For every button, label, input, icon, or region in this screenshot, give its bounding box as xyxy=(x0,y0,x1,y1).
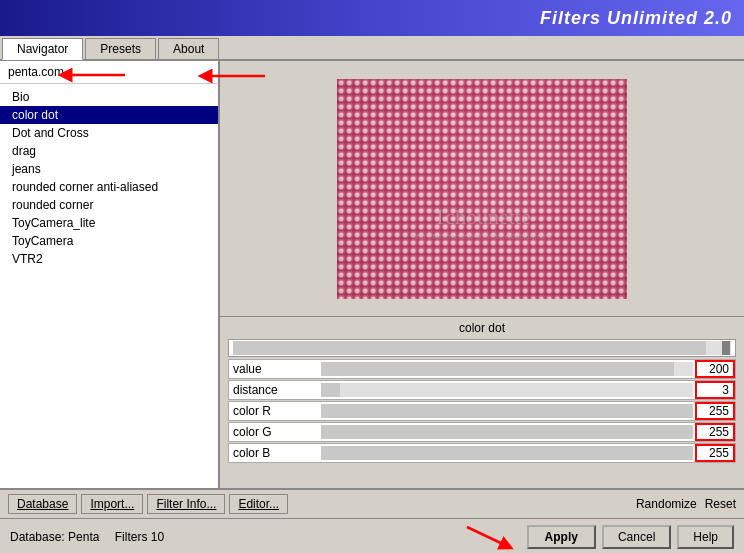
filter-item-rcaa[interactable]: rounded corner anti-aliased xyxy=(0,178,218,196)
left-panel: penta.com Bio color dot xyxy=(0,61,220,488)
param-value-value: 200 xyxy=(695,360,735,378)
filter-item-jeans[interactable]: jeans xyxy=(0,160,218,178)
param-row-value: value 200 xyxy=(228,359,736,379)
database-label: Database: xyxy=(10,530,65,544)
filter-item-rc[interactable]: rounded corner xyxy=(0,196,218,214)
arrow-apply-icon xyxy=(457,522,517,552)
apply-button[interactable]: Apply xyxy=(527,525,596,549)
filter-item-bio[interactable]: Bio xyxy=(0,88,218,106)
param-label-value: value xyxy=(229,361,319,377)
right-panel: Tchounette http://tutorielsetchounette.e… xyxy=(220,61,744,488)
main-content: penta.com Bio color dot xyxy=(0,60,744,488)
database-value: Penta xyxy=(68,530,99,544)
param-value-colorB: 255 xyxy=(695,444,735,462)
param-label-colorG: color G xyxy=(229,424,319,440)
filter-item-toycam-lite[interactable]: ToyCamera_lite xyxy=(0,214,218,232)
svg-rect-7 xyxy=(337,79,627,299)
svg-line-11 xyxy=(467,527,507,546)
tab-about[interactable]: About xyxy=(158,38,219,59)
filter-item-dotcross[interactable]: Dot and Cross xyxy=(0,124,218,142)
preview-canvas: Tchounette http://tutorielsetchounette.e… xyxy=(337,79,627,299)
param-value-distance: 3 xyxy=(695,381,735,399)
param-row-colorB: color B 255 xyxy=(228,443,736,463)
status-buttons: Apply Cancel Help xyxy=(457,522,734,552)
preview-area: Tchounette http://tutorielsetchounette.e… xyxy=(220,61,744,316)
filter-info-button[interactable]: Filter Info... xyxy=(147,494,225,514)
cancel-button[interactable]: Cancel xyxy=(602,525,671,549)
bottom-toolbar: Database Import... Filter Info... Editor… xyxy=(0,488,744,518)
param-label-colorB: color B xyxy=(229,445,319,461)
filters-label: Filters xyxy=(115,530,148,544)
status-bar: Database: Penta Filters 10 Apply Cancel … xyxy=(0,518,744,553)
params-area: color dot value 200 distance xyxy=(220,316,744,488)
param-label-colorR: color R xyxy=(229,403,319,419)
svg-text:http://tutorielsetchounette.ek: http://tutorielsetchounette.eklablog.com xyxy=(412,232,552,241)
svg-text:Tchounette: Tchounette xyxy=(433,204,530,229)
database-button[interactable]: Database xyxy=(8,494,77,514)
tab-bar: Navigator Presets About xyxy=(0,36,744,60)
filter-item-toycam[interactable]: ToyCamera xyxy=(0,232,218,250)
import-button[interactable]: Import... xyxy=(81,494,143,514)
app-title: Filters Unlimited 2.0 xyxy=(540,8,732,29)
filter-list: Bio color dot Dot and Cross drag xyxy=(0,84,218,488)
param-label-distance: distance xyxy=(229,382,319,398)
param-row-colorG: color G 255 xyxy=(228,422,736,442)
site-label: penta.com xyxy=(0,61,218,84)
tab-presets[interactable]: Presets xyxy=(85,38,156,59)
editor-button[interactable]: Editor... xyxy=(229,494,288,514)
reset-button[interactable]: Reset xyxy=(705,497,736,511)
filter-item-vtr2[interactable]: VTR2 xyxy=(0,250,218,268)
param-row-distance: distance 3 xyxy=(228,380,736,400)
param-value-colorG: 255 xyxy=(695,423,735,441)
param-row-colorR: color R 255 xyxy=(228,401,736,421)
param-value-colorR: 255 xyxy=(695,402,735,420)
title-bar: Filters Unlimited 2.0 xyxy=(0,0,744,36)
filter-name-label: color dot xyxy=(228,319,736,339)
filter-item-colordot[interactable]: color dot xyxy=(0,106,218,124)
dot-pattern: Tchounette http://tutorielsetchounette.e… xyxy=(337,79,627,299)
filter-item-drag[interactable]: drag xyxy=(0,142,218,160)
tab-navigator[interactable]: Navigator xyxy=(2,38,83,60)
status-info: Database: Penta Filters 10 xyxy=(10,530,457,544)
params-slider-row xyxy=(228,339,736,357)
randomize-button[interactable]: Randomize xyxy=(636,497,697,511)
filters-value: 10 xyxy=(151,530,164,544)
help-button[interactable]: Help xyxy=(677,525,734,549)
